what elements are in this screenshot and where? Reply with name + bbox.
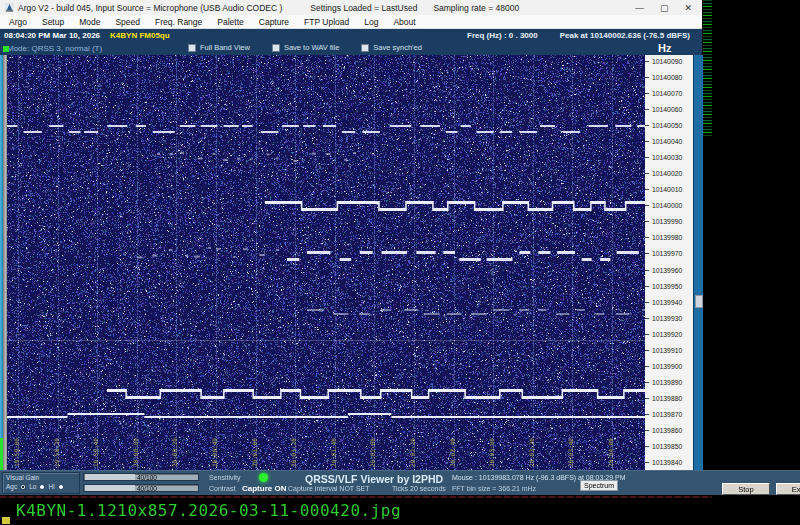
hi-radio[interactable] [58, 484, 64, 490]
scrollbar-thumb[interactable] [695, 295, 703, 308]
frequency-label: 10139970 [652, 250, 682, 257]
frequency-tick [645, 446, 649, 447]
stop-button[interactable]: Stop [722, 483, 770, 495]
frequency-label: 10140010 [652, 186, 682, 193]
checkbox-icon[interactable] [188, 44, 196, 52]
frequency-label: 10140090 [652, 58, 682, 65]
frequency-tick [645, 157, 649, 158]
frequency-tick [645, 253, 649, 254]
frequency-tick [645, 189, 649, 190]
frequency-tick [645, 382, 649, 383]
frequency-label: 10139840 [652, 459, 682, 466]
frequency-tick [645, 366, 649, 367]
frequency-label: 10140030 [652, 154, 682, 161]
mode-bar: Mode: QRSS 3, normal (T) Full Band View … [0, 41, 702, 55]
frequency-scale-row: 10140010 [645, 186, 693, 194]
menu-item[interactable]: Freq. Range [155, 17, 202, 27]
menu-item[interactable]: Log [364, 17, 378, 27]
frequency-scale-row: 10140060 [645, 105, 693, 113]
hz-unit-label: Hz [658, 42, 671, 54]
frequency-scale-row: 10140080 [645, 73, 693, 81]
spectrogram-canvas[interactable] [7, 55, 645, 470]
close-button[interactable]: ✕ [684, 3, 692, 13]
contrast-label: Contrast [209, 485, 235, 492]
status-bar: 08:04:20 PM Mar 10, 2026 K4BYN FM05qu Fr… [0, 29, 702, 41]
spectrum-button[interactable]: Spectrum [580, 480, 618, 491]
contrast-slider-fill [85, 485, 135, 491]
menu-bar: ArgoSetupModeSpeedFreq. RangePaletteCapt… [0, 15, 702, 29]
frequency-tick [645, 462, 649, 463]
frequency-tick [645, 93, 649, 94]
menu-item[interactable]: Speed [115, 17, 140, 27]
menu-item[interactable]: Palette [217, 17, 243, 27]
frequency-tick [645, 237, 649, 238]
frequency-scale-row: 10139880 [645, 395, 693, 403]
capture-led-icon [259, 473, 268, 482]
frequency-label: 10140070 [652, 90, 682, 97]
frequency-tick [645, 350, 649, 351]
contrast-slider[interactable]: 40/100 [83, 484, 199, 492]
frequency-scale: 10140090 10140080 10140070 10140060 [645, 55, 693, 470]
frequency-scale-row: 10139960 [645, 266, 693, 274]
mode-label: Mode: QRSS 3, normal (T) [7, 44, 102, 53]
menu-item[interactable]: Argo [9, 17, 27, 27]
app-icon [5, 3, 14, 12]
lo-radio[interactable] [39, 484, 45, 490]
lo-radio-label: Lo [29, 483, 36, 490]
frequency-scale-row: 10140050 [645, 121, 693, 129]
frequency-label: 10140020 [652, 170, 682, 177]
frequency-scale-row: 10139890 [645, 379, 693, 387]
exit-button[interactable]: Exit [776, 483, 800, 495]
frequency-label: 10139930 [652, 315, 682, 322]
agc-radio[interactable] [20, 484, 26, 490]
hi-radio-label: Hi [48, 483, 54, 490]
frequency-label: 10139950 [652, 283, 682, 290]
frequency-label: 10139860 [652, 427, 682, 434]
frequency-label: 10139910 [652, 347, 682, 354]
frequency-tick [645, 77, 649, 78]
frequency-label: 10140050 [652, 122, 682, 129]
callsign-label: K4BYN FM05qu [110, 31, 170, 40]
checkbox-icon[interactable] [361, 44, 369, 52]
frequency-scale-row: 10139920 [645, 330, 693, 338]
checkbox-option[interactable]: Save synch'ed [361, 43, 422, 52]
main-area: 19:59:0019:59:2019:59:4020:00:0020:00:20… [0, 55, 712, 470]
frequency-scale-row: 10139950 [645, 282, 693, 290]
title-bar: Argo V2 - build 045, Input Source = Micr… [0, 0, 702, 15]
checkbox-label: Save synch'ed [373, 43, 422, 52]
ticks-label: Ticks 20 seconds [392, 485, 446, 492]
frequency-tick [645, 302, 649, 303]
bottom-control-bar: Visual Gain Agc Lo Hi 40/100 40/100 Sens… [0, 470, 800, 495]
menu-item[interactable]: Mode [79, 17, 100, 27]
window-title-settings: Settings Loaded = LastUsed [310, 3, 417, 13]
menu-item[interactable]: Capture [259, 17, 289, 27]
frequency-tick [645, 286, 649, 287]
frequency-tick [645, 398, 649, 399]
screen: Argo V2 - build 045, Input Source = Micr… [0, 0, 800, 525]
bottom-black-band: K4BYN-1.1210x857.2026-03-11-000420.jpg [0, 495, 800, 525]
frequency-tick [645, 141, 649, 142]
frequency-scale-row: 10139900 [645, 362, 693, 370]
maximize-button[interactable]: ▢ [660, 3, 669, 13]
visual-gain-panel: Visual Gain Agc Lo Hi [2, 472, 80, 494]
agc-radio-label: Agc [6, 483, 17, 490]
freq-readout: Freq (Hz) : 0 . 3000 [467, 31, 538, 40]
frequency-label: 10139960 [652, 267, 682, 274]
checkbox-option[interactable]: Full Band View [188, 43, 250, 52]
checkbox-icon[interactable] [272, 44, 280, 52]
menu-item[interactable]: About [393, 17, 415, 27]
frequency-label: 10139870 [652, 411, 682, 418]
minimize-button[interactable]: — [635, 3, 644, 13]
frequency-tick [645, 221, 649, 222]
frequency-tick [645, 109, 649, 110]
menu-item[interactable]: FTP Upload [304, 17, 349, 27]
frequency-scale-row: 10139930 [645, 314, 693, 322]
checkbox-option[interactable]: Save to WAV file [272, 43, 339, 52]
vertical-scrollbar[interactable] [693, 55, 703, 470]
menu-item[interactable]: Setup [42, 17, 64, 27]
sensitivity-slider[interactable]: 40/100 [83, 473, 199, 481]
frequency-label: 10139990 [652, 218, 682, 225]
checkbox-group: Full Band View Save to WAV file Save syn… [188, 43, 422, 52]
yellow-marker-icon [2, 517, 10, 524]
frequency-scale-row: 10139850 [645, 443, 693, 451]
